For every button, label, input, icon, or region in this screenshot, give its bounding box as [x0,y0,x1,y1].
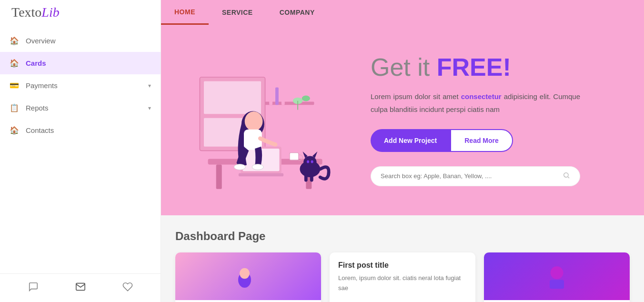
svg-point-28 [311,160,313,163]
sidebar-item-repots[interactable]: 📋 Repots ▾ [0,97,161,119]
svg-rect-17 [290,153,299,160]
sidebar-label-payments: Payments [26,81,58,90]
svg-rect-16 [239,173,283,176]
add-new-project-button[interactable]: Add New Project [371,129,450,152]
hero-buttons: Add New Project Read More [371,129,625,152]
nav-links: HOME SERVICE COMPANY [161,0,644,25]
sidebar-label-cards: Cards [26,59,46,67]
sidebar: 🏠 Overview 🏠 Cards 💳 Payments ▾ 📋 Repots… [0,25,161,302]
top-nav: TextoLib HOME SERVICE COMPANY [0,0,644,25]
chat-icon[interactable] [28,282,39,294]
hero-desc-bold: consectetur [461,92,502,101]
dashboard-title: Dashboard Page [175,230,630,243]
sidebar-item-contacts[interactable]: 🏠 Contacts [0,119,161,141]
hero-illustration [161,25,361,215]
hero-section: Get it FREE! Lorem ipsum dolor sit amet … [161,25,644,215]
svg-rect-2 [204,81,261,114]
logo: TextoLib [11,5,60,20]
hero-title: Get it FREE! [371,54,625,81]
dashboard-section: Dashboard Page First post title Lorem, i… [161,215,644,302]
svg-point-10 [302,96,310,101]
card-2-title: First post title [338,261,467,270]
svg-rect-6 [275,87,279,105]
svg-rect-5 [269,85,272,105]
hero-search-box [371,166,580,186]
logo-texto: Texto [11,5,41,20]
heart-icon[interactable] [122,282,133,294]
payments-icon: 💳 [10,81,19,90]
sidebar-item-overview[interactable]: 🏠 Overview [0,30,161,52]
repots-icon: 📋 [10,103,19,112]
card-2-body: First post title Lorem, ipsum dolor sit.… [330,252,475,302]
content-area: Get it FREE! Lorem ipsum dolor sit amet … [161,25,644,302]
sidebar-item-cards[interactable]: 🏠 Cards [0,52,161,74]
search-input[interactable] [381,172,563,180]
svg-point-24 [303,156,316,168]
payments-chevron: ▾ [148,82,151,89]
hero-right: Get it FREE! Lorem ipsum dolor sit amet … [361,25,644,215]
logo-area: TextoLib [0,0,161,25]
cards-icon: 🏠 [10,59,19,68]
sidebar-bottom [0,273,161,302]
hero-title-normal: Get it [371,53,437,81]
sidebar-items: 🏠 Overview 🏠 Cards 💳 Payments ▾ 📋 Repots… [0,25,161,273]
svg-rect-30 [310,174,313,181]
hero-title-bold: FREE! [437,53,511,81]
svg-point-34 [240,268,250,279]
svg-rect-36 [550,280,564,289]
svg-point-22 [252,164,263,170]
hero-svg [175,53,347,215]
svg-point-27 [307,160,309,163]
logo-lib: Lib [41,5,59,20]
svg-point-35 [551,266,564,279]
card-3-image [484,252,630,300]
nav-home[interactable]: HOME [161,0,209,25]
read-more-button[interactable]: Read More [450,129,513,152]
svg-point-21 [234,164,245,170]
home-icon: 🏠 [10,36,19,45]
svg-point-31 [564,172,568,177]
svg-rect-12 [216,164,222,189]
card-2: First post title Lorem, ipsum dolor sit.… [330,252,475,302]
nav-service[interactable]: SERVICE [209,0,266,25]
search-icon [563,171,570,181]
svg-rect-7 [282,90,285,105]
cards-row: First post title Lorem, ipsum dolor sit … [175,252,630,302]
sidebar-item-payments[interactable]: 💳 Payments ▾ [0,74,161,97]
card-1-body: First post title Lorem, ipsum dolor sit … [175,300,321,302]
svg-line-32 [568,177,569,178]
card-3 [484,252,630,302]
sidebar-label-overview: Overview [26,37,56,45]
main-layout: 🏠 Overview 🏠 Cards 💳 Payments ▾ 📋 Repots… [0,25,644,302]
hero-description: Lorem ipsum dolor sit amet consectetur a… [371,90,580,116]
mail-icon[interactable] [75,282,86,294]
nav-company[interactable]: COMPANY [266,0,328,25]
contacts-icon: 🏠 [10,126,19,135]
svg-point-19 [245,111,263,131]
sidebar-label-repots: Repots [26,104,49,112]
card-1-image [175,252,321,300]
card-2-text: Lorem, ipsum dolor sit. ciatis neral lot… [338,273,467,293]
hero-desc-start: Lorem ipsum dolor sit amet [371,92,461,101]
repots-chevron: ▾ [148,105,151,111]
svg-rect-29 [304,174,308,181]
card-1: First post title Lorem, ipsum dolor sit … [175,252,321,302]
sidebar-label-contacts: Contacts [26,126,54,134]
